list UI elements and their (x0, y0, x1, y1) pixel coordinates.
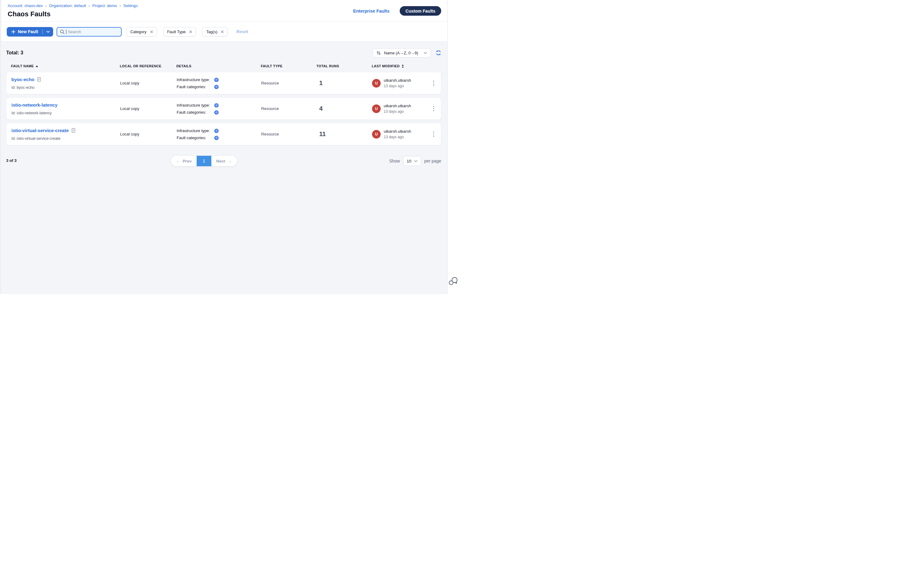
fault-rows: byoc-echo Id: byoc-echo Local copy Infra… (6, 72, 441, 145)
prev-page-button[interactable]: ← Prev (171, 156, 197, 166)
remove-filter-icon[interactable] (189, 31, 192, 33)
local-or-reference: Local copy (120, 81, 177, 86)
breadcrumb-link[interactable]: Account: chaos-dev (8, 3, 43, 8)
per-page-label: per page (424, 158, 441, 163)
filter-pill-tag-s[interactable]: Tag(s) (202, 27, 228, 37)
sort-asc-icon (36, 65, 38, 67)
fault-categories-label: Fault categories: (177, 84, 214, 89)
remove-filter-icon[interactable] (221, 31, 224, 33)
filter-pills: CategoryFault TypeTag(s) (126, 27, 228, 37)
table-row[interactable]: istio-virtual-service-create Id: istio-v… (6, 123, 441, 145)
fault-name-link[interactable]: byoc-echo (11, 77, 34, 82)
column-header: FAULT TYPE (261, 64, 317, 68)
modified-date: 13 days ago (384, 135, 411, 139)
fault-list-section: Total: 3 Name (A→Z, 0→9) FAU (0, 42, 447, 294)
kubernetes-icon (214, 78, 219, 82)
breadcrumb-link[interactable]: Settings (123, 3, 137, 8)
infrastructure-type-label: Infrastructure type: (177, 103, 214, 108)
local-or-reference: Local copy (120, 132, 177, 136)
column-header: DETAILS (176, 64, 261, 68)
avatar: U (372, 105, 381, 113)
modified-by: utkarsh.utkarsh (384, 103, 411, 108)
breadcrumb-separator-icon: › (120, 4, 121, 8)
fault-type: Resource (261, 81, 317, 86)
column-header: LOCAL OR REFERENCE (120, 64, 176, 68)
chat-support-icon[interactable] (448, 276, 458, 286)
breadcrumb-separator-icon: › (45, 4, 47, 8)
fault-categories-label: Fault categories: (177, 136, 214, 140)
current-page[interactable]: 1 (197, 156, 212, 166)
table-row[interactable]: byoc-echo Id: byoc-echo Local copy Infra… (6, 72, 441, 94)
kubernetes-icon (214, 110, 219, 115)
sort-label: Name (A→Z, 0→9) (384, 51, 418, 55)
arrow-right-icon: → (228, 159, 232, 163)
filter-pill-fault-type[interactable]: Fault Type (163, 27, 196, 37)
arrow-left-icon: ← (176, 159, 180, 163)
fault-id: Id: istio-virtual-service-create (11, 136, 120, 141)
new-fault-button[interactable]: New Fault (7, 27, 53, 37)
fault-type: Resource (261, 106, 317, 111)
breadcrumb-link[interactable]: Project: demo (92, 3, 117, 8)
collapsed-nav-strip (0, 0, 1, 294)
filter-pill-category[interactable]: Category (126, 27, 157, 37)
infrastructure-type-label: Infrastructure type: (177, 78, 214, 82)
modified-date: 13 days ago (384, 84, 411, 88)
header-actions: Enterprise Faults Custom Faults (353, 0, 441, 22)
modified-by: utkarsh.utkarsh (384, 129, 411, 134)
column-header[interactable]: FAULT NAME (11, 64, 120, 68)
copy-id-icon[interactable] (37, 77, 41, 82)
filter-pill-label: Category (130, 29, 147, 34)
remove-filter-icon[interactable] (150, 31, 153, 33)
avatar: U (372, 79, 381, 87)
fault-id: Id: byoc-echo (11, 86, 120, 90)
sort-icon (402, 65, 404, 68)
kubernetes-icon (214, 128, 219, 133)
fault-categories-label: Fault categories: (177, 110, 214, 115)
total-runs: 11 (317, 131, 372, 137)
chevron-down-icon[interactable] (43, 27, 53, 37)
column-headers: FAULT NAMELOCAL OR REFERENCEDETAILSFAULT… (6, 64, 441, 68)
next-page-button[interactable]: Next → (212, 156, 237, 166)
column-header[interactable]: LAST MODIFIED (372, 64, 425, 68)
breadcrumb-link[interactable]: Organization: default (49, 3, 86, 8)
reset-filters-link[interactable]: Reset (236, 29, 248, 34)
custom-faults-button[interactable]: Custom Faults (400, 6, 441, 16)
filter-pill-label: Fault Type (167, 29, 186, 34)
show-label: Show (389, 158, 400, 163)
sort-dropdown[interactable]: Name (A→Z, 0→9) (372, 48, 431, 57)
new-fault-label: New Fault (18, 29, 38, 34)
kebab-menu-icon[interactable] (432, 105, 436, 112)
sort-arrows-icon (377, 51, 381, 55)
modified-by: utkarsh.utkarsh (384, 78, 411, 82)
pagination-range: 3 of 3 (6, 158, 16, 163)
refresh-icon[interactable] (436, 50, 441, 56)
table-row[interactable]: istio-network-latency Id: istio-network-… (6, 97, 441, 120)
kebab-menu-icon[interactable] (432, 79, 436, 87)
page-size-select[interactable]: 10 (403, 156, 421, 166)
copy-id-icon[interactable] (71, 128, 75, 133)
breadcrumb-separator-icon: › (89, 4, 90, 8)
enterprise-faults-link[interactable]: Enterprise Faults (353, 9, 389, 13)
toolbar: New Fault CategoryFault TypeTag(s) Reset (0, 22, 447, 42)
breadcrumb: Account: chaos-dev›Organization: default… (8, 3, 137, 8)
avatar: U (372, 130, 381, 139)
plus-icon (11, 30, 15, 34)
fault-name-link[interactable]: istio-virtual-service-create (11, 128, 69, 133)
fault-id: Id: istio-network-latency (11, 111, 120, 115)
page-header: Account: chaos-dev›Organization: default… (0, 0, 447, 22)
total-runs: 1 (317, 79, 372, 87)
pagination: ← Prev 1 Next → (171, 156, 237, 166)
kubernetes-icon (214, 103, 219, 108)
local-or-reference: Local copy (120, 106, 177, 111)
kebab-menu-icon[interactable] (432, 130, 436, 138)
total-runs: 4 (317, 105, 372, 112)
search-icon (60, 29, 65, 34)
column-header: TOTAL RUNS (317, 64, 372, 68)
kubernetes-icon (214, 136, 219, 140)
total-count: Total: 3 (6, 50, 23, 56)
chevron-down-icon (423, 52, 427, 54)
text-cursor (66, 29, 66, 34)
search-input[interactable] (68, 29, 118, 34)
fault-name-link[interactable]: istio-network-latency (11, 102, 57, 108)
search-box[interactable] (57, 27, 122, 37)
